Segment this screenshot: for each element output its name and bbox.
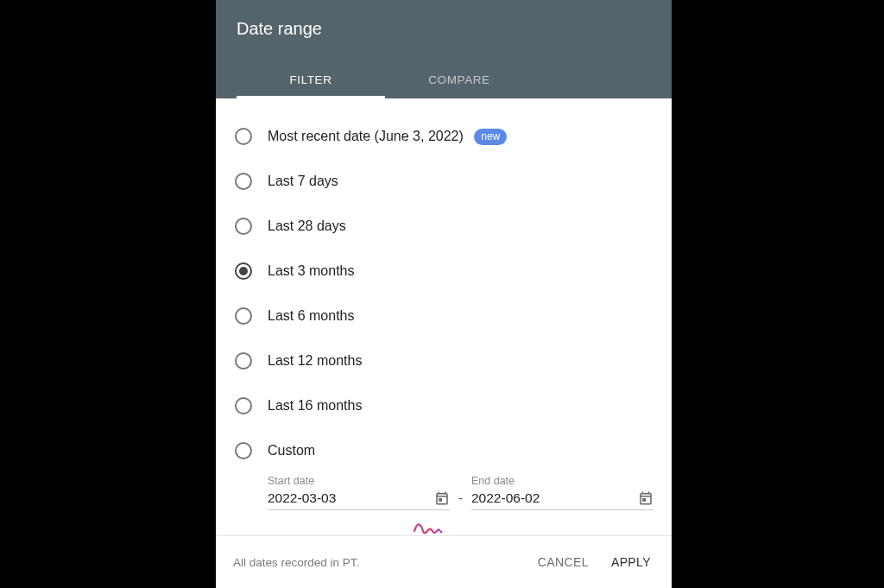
option-last-6m[interactable]: Last 6 months xyxy=(235,294,653,338)
cancel-button[interactable]: CANCEL xyxy=(534,550,592,574)
dialog-body: Most recent date (June 3, 2022) new Last… xyxy=(216,98,672,535)
calendar-icon[interactable] xyxy=(638,490,654,506)
radio-icon xyxy=(235,352,252,370)
apply-button[interactable]: APPLY xyxy=(608,550,654,574)
date-range-dialog: Date range FILTER COMPARE Most recent da… xyxy=(216,0,672,588)
option-last-7[interactable]: Last 7 days xyxy=(235,159,653,204)
option-last-3m[interactable]: Last 3 months xyxy=(235,249,653,294)
option-last-16m[interactable]: Last 16 months xyxy=(235,383,653,428)
option-label: Custom xyxy=(268,443,315,458)
option-label: Last 3 months xyxy=(268,263,355,279)
footer-note: All dates recorded in PT. xyxy=(233,556,519,569)
end-date-field: End date xyxy=(471,475,654,510)
dialog-title: Date range xyxy=(237,19,651,39)
radio-icon xyxy=(235,442,252,459)
option-label: Last 7 days xyxy=(268,174,338,189)
radio-icon xyxy=(235,397,252,414)
end-date-input[interactable] xyxy=(471,490,638,506)
tab-compare[interactable]: COMPARE xyxy=(385,63,534,98)
radio-icon xyxy=(235,218,252,235)
option-label: Most recent date (June 3, 2022) new xyxy=(268,129,507,145)
date-separator: - xyxy=(458,490,463,510)
option-last-12m[interactable]: Last 12 months xyxy=(235,338,653,383)
radio-icon xyxy=(235,173,252,190)
start-date-input[interactable] xyxy=(268,490,434,506)
calendar-icon[interactable] xyxy=(434,490,450,506)
end-date-row xyxy=(471,490,654,510)
date-fields: Start date - End date xyxy=(235,473,653,510)
dialog-header: Date range FILTER COMPARE xyxy=(216,0,672,98)
option-label: Last 16 months xyxy=(268,398,362,414)
dialog-footer: All dates recorded in PT. CANCEL APPLY xyxy=(216,535,672,588)
start-date-label: Start date xyxy=(268,475,450,487)
option-last-28[interactable]: Last 28 days xyxy=(235,204,653,249)
option-label: Last 12 months xyxy=(268,353,362,369)
option-label: Last 28 days xyxy=(268,218,346,234)
tab-filter[interactable]: FILTER xyxy=(237,63,385,98)
option-most-recent[interactable]: Most recent date (June 3, 2022) new xyxy=(235,114,653,159)
radio-icon xyxy=(235,307,252,325)
radio-icon xyxy=(235,128,252,145)
radio-icon-selected xyxy=(235,262,252,280)
tabs: FILTER COMPARE xyxy=(237,63,651,98)
end-date-label: End date xyxy=(471,475,654,487)
option-custom[interactable]: Custom xyxy=(235,428,653,473)
new-badge: new xyxy=(474,129,507,145)
start-date-row xyxy=(268,490,450,510)
option-label: Last 6 months xyxy=(268,308,355,324)
start-date-field: Start date xyxy=(268,475,450,510)
option-text: Most recent date (June 3, 2022) xyxy=(268,129,464,143)
